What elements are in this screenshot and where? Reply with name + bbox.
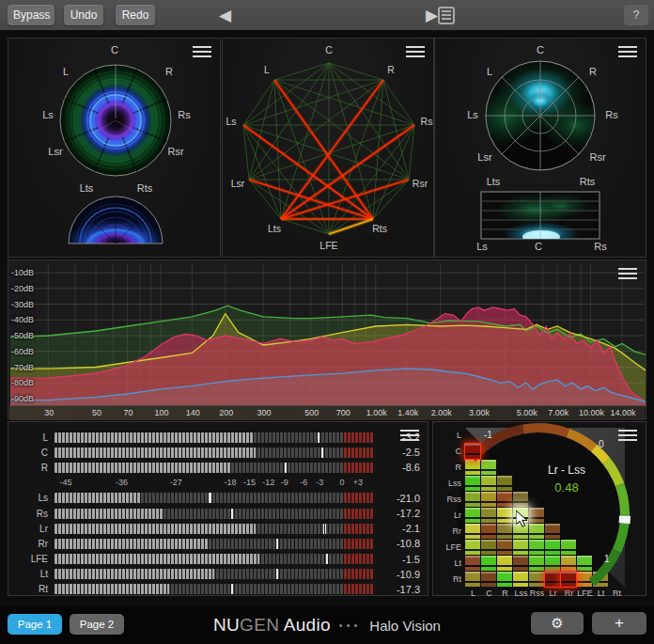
panel-menu-icon[interactable]: [400, 430, 419, 444]
corr-cell-Lt-LFE[interactable]: [577, 556, 592, 571]
corr-cell-LFE-Lr[interactable]: [545, 540, 560, 555]
corr-cell-LFE-R[interactable]: [497, 540, 512, 555]
matrix-row-label-Rt: Rt: [437, 572, 461, 588]
corr-cell-C-L[interactable]: [465, 444, 480, 459]
corr-cell-Rt-R[interactable]: [497, 572, 512, 587]
corr-cell-Rr-C[interactable]: [481, 524, 496, 539]
matrix-col-label-L: L: [465, 589, 481, 598]
corr-cell-R-L[interactable]: [465, 460, 480, 475]
spectrum-x-tick: 700: [336, 408, 350, 417]
page-1-button[interactable]: Page 1: [8, 614, 62, 635]
matrix-row-label-Lss: Lss: [437, 476, 461, 492]
settings-button[interactable]: ⚙: [531, 612, 584, 635]
correlation-matrix-panel: LCRLssRssLrRrLFELtRt LCRLssRssLrRrLFELtR…: [432, 421, 646, 596]
matrix-row-label-Rss: Rss: [437, 492, 461, 508]
corr-cell-Rt-Rss[interactable]: [529, 572, 544, 587]
meter-row-Rt: Rt-17.3: [16, 582, 420, 597]
undo-button[interactable]: Undo: [64, 5, 103, 25]
channel-label-ls: Ls: [42, 109, 54, 120]
spectrum-x-tick: 500: [304, 408, 319, 417]
matrix-col-label-Rss: Rss: [529, 589, 545, 598]
level-meter-Rr: [54, 539, 374, 549]
corr-cell-Lr-R[interactable]: [497, 508, 512, 523]
meter-channel-label: Rt: [16, 584, 48, 594]
meter-rows: L-3.2C-2.5R-8.6-45-36-27-18-15-12-9-6-30…: [16, 430, 420, 597]
meter-row-C: C-2.5: [16, 445, 420, 460]
corr-cell-Rt-C[interactable]: [481, 572, 496, 587]
corr-cell-R-C[interactable]: [481, 460, 496, 475]
panel-menu-icon[interactable]: [618, 268, 637, 282]
channel-label-r: R: [589, 66, 597, 77]
meter-channel-label: Rs: [16, 509, 48, 519]
corr-cell-Rt-Lss[interactable]: [513, 572, 528, 587]
meter-scale-tick: -12: [262, 478, 274, 487]
channel-label-c: C: [111, 44, 118, 55]
panel-menu-icon[interactable]: [406, 46, 425, 60]
corr-cell-LFE-Rss[interactable]: [529, 540, 544, 555]
corr-cell-Rss-C[interactable]: [481, 492, 496, 507]
corr-cell-Lr-C[interactable]: [481, 508, 496, 523]
corr-cell-Rt-L[interactable]: [465, 572, 480, 587]
redo-button[interactable]: Redo: [116, 5, 155, 25]
corr-cell-LFE-C[interactable]: [481, 540, 496, 555]
corr-cell-Rr-R[interactable]: [497, 524, 512, 539]
corr-cell-Lt-Rr[interactable]: [561, 556, 576, 571]
meter-scale-tick: -3: [316, 478, 323, 487]
corr-cell-Lt-Lss[interactable]: [513, 556, 528, 571]
spatial-radar-panel: C L R Ls Rs Lsr Rsr Lts Rts Ls C Rs: [434, 38, 646, 258]
corr-cell-Rt-Rr[interactable]: [561, 572, 576, 587]
matrix-row-label-C: C: [437, 444, 461, 460]
spectrum-x-tick: 1.40k: [397, 408, 418, 417]
corr-cell-LFE-Lss[interactable]: [513, 540, 528, 555]
meter-row-L: L-3.2: [16, 430, 420, 445]
spectrum-x-tick: 5.00k: [517, 408, 537, 417]
meter-scale-tick: -45: [59, 478, 71, 487]
mouse-cursor: [516, 510, 531, 529]
bypass-button[interactable]: Bypass: [8, 5, 54, 25]
corr-cell-Lt-C[interactable]: [481, 556, 496, 571]
corr-cell-LFE-L[interactable]: [465, 540, 480, 555]
list-icon[interactable]: [438, 7, 455, 24]
corr-cell-Lr-Rss[interactable]: [529, 508, 544, 523]
panel-menu-icon[interactable]: [618, 430, 637, 444]
page-2-button[interactable]: Page 2: [70, 614, 124, 635]
corr-cell-Rr-L[interactable]: [465, 524, 480, 539]
matrix-row-label-Lt: Lt: [437, 556, 461, 572]
corr-cell-Rt-LFE[interactable]: [577, 572, 592, 587]
meter-channel-label: Ls: [16, 493, 48, 503]
corr-cell-LFE-Rr[interactable]: [561, 540, 576, 555]
meter-row-R: R-8.6: [16, 460, 420, 475]
corr-cell-Lss-L[interactable]: [465, 476, 480, 491]
level-meter-Ls: [54, 493, 374, 503]
corr-cell-Rt-Lt[interactable]: [593, 572, 608, 587]
spectrum-x-tick: 30: [44, 408, 54, 417]
corr-cell-Rss-L[interactable]: [465, 492, 480, 507]
heat-label-ls: Ls: [476, 241, 488, 252]
back-arrow-icon[interactable]: ◀: [213, 4, 237, 28]
corr-cell-Lss-C[interactable]: [481, 476, 496, 491]
corr-cell-Lt-Lr[interactable]: [545, 556, 560, 571]
spectrum-y-tick: -60dB: [11, 347, 34, 356]
corr-cell-Rt-Lr[interactable]: [545, 572, 560, 587]
add-panel-button[interactable]: +: [592, 612, 646, 635]
spectrum-x-tick: 200: [219, 408, 233, 417]
help-button[interactable]: ?: [624, 5, 648, 25]
corr-cell-Rr-Rss[interactable]: [529, 524, 544, 539]
matrix-row-label-Rr: Rr: [437, 524, 461, 540]
channel-label-rsr: Rsr: [589, 151, 605, 163]
meter-channel-label: R: [16, 463, 48, 473]
meter-channel-label: L: [16, 432, 48, 443]
spectrum-x-tick: 7.00k: [548, 408, 568, 417]
corr-cell-Rss-R[interactable]: [497, 492, 512, 507]
corr-cell-Lt-L[interactable]: [465, 556, 480, 571]
spectrum-x-tick: 1.00k: [366, 408, 387, 417]
corr-cell-Lr-L[interactable]: [465, 508, 480, 523]
panel-menu-icon[interactable]: [618, 46, 637, 60]
spectrum-y-tick: -30dB: [11, 300, 34, 309]
corr-cell-Lt-Rss[interactable]: [529, 556, 544, 571]
corr-cell-Lss-R[interactable]: [497, 476, 512, 491]
corr-cell-Lt-R[interactable]: [497, 556, 512, 571]
channel-label-l: L: [487, 66, 492, 77]
panel-menu-icon[interactable]: [193, 46, 211, 60]
corr-cell-Rr-Lr[interactable]: [545, 524, 560, 539]
